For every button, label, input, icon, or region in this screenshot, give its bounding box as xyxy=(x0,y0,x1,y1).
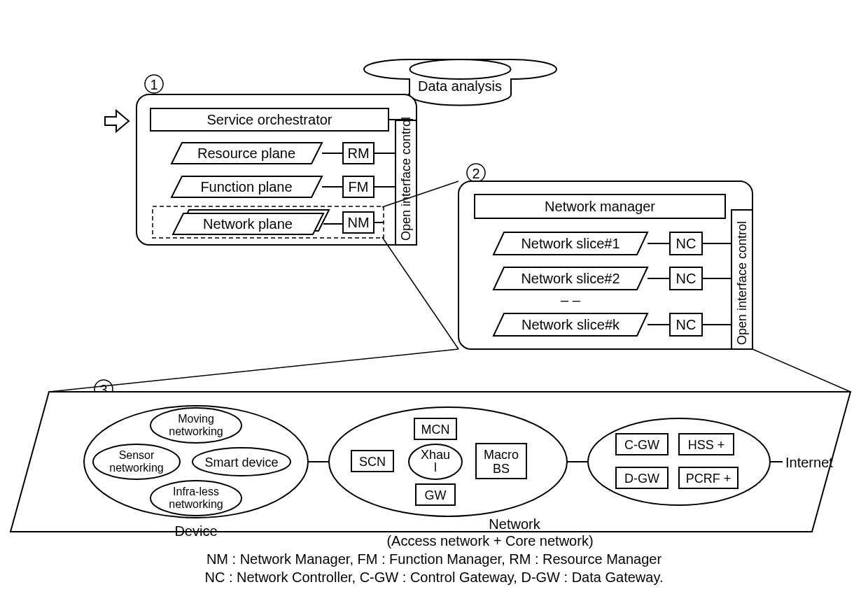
legend-line1: NM : Network Manager, FM : Function Mana… xyxy=(206,551,662,567)
p2-ellipsis: – – xyxy=(561,292,581,308)
net-gw: GW xyxy=(425,488,447,502)
badge-2: 2 xyxy=(467,164,485,182)
p2-row0-c: NC xyxy=(676,236,696,251)
dev-sensor: Sensor xyxy=(119,449,155,461)
p2-row0-label: Network slice#1 xyxy=(521,236,620,251)
svg-text:networking: networking xyxy=(109,462,163,474)
p1-row0-label: Resource plane xyxy=(197,146,295,161)
panel-physical: Moving networking Sensor networking Smar… xyxy=(10,392,850,549)
network-label: Network xyxy=(489,516,540,532)
p1-row1-mgr: FM xyxy=(349,179,369,195)
net-scn: SCN xyxy=(359,455,386,469)
svg-text:networking: networking xyxy=(169,425,223,437)
p2-header: Network manager xyxy=(545,199,655,214)
p2-row-2: Network slice#k NC xyxy=(493,313,732,336)
p1-row2-mgr: NM xyxy=(347,215,369,230)
network-sub: (Access network + Core network) xyxy=(386,533,593,549)
core-cgw: C-GW xyxy=(624,438,659,452)
internet-label: Internet xyxy=(785,455,833,470)
p1-header: Service orchestrator xyxy=(207,112,332,127)
device-label: Device xyxy=(174,523,217,539)
badge-1: 1 xyxy=(145,75,163,93)
dev-moving: Moving xyxy=(178,413,214,425)
data-analysis-label: Data analysis xyxy=(418,78,502,94)
dev-smart: Smart device xyxy=(204,455,278,469)
net-xhaul1: Xhau xyxy=(421,448,450,462)
p1-row-0: Resource plane RM xyxy=(172,143,396,164)
p2-row1-label: Network slice#2 xyxy=(521,271,620,286)
core-dgw: D-GW xyxy=(624,472,659,486)
p2-row-1: Network slice#2 NC xyxy=(493,267,732,290)
zoom-connector-2 xyxy=(49,349,850,392)
p1-row0-mgr: RM xyxy=(347,146,369,161)
panel-orchestrator: Open interface control Service orchestra… xyxy=(136,94,416,245)
net-mcn: MCN xyxy=(421,423,450,437)
p2-row2-label: Network slice#k xyxy=(522,317,620,332)
dev-infra: Infra-less xyxy=(173,486,219,497)
p2-row1-c: NC xyxy=(676,271,696,286)
net-macro1: Macro xyxy=(484,448,519,462)
core-hss: HSS + xyxy=(688,438,725,452)
p2-sidebar: Open interface control xyxy=(735,221,749,345)
p1-row1-label: Function plane xyxy=(200,179,292,195)
net-xhaul2: l xyxy=(434,460,437,474)
p2-row2-c: NC xyxy=(676,317,696,332)
legend-line2: NC : Network Controller, C-GW : Control … xyxy=(205,570,664,585)
panel-network-manager: Open interface control Network manager N… xyxy=(458,181,752,349)
p1-sidebar: Open interface control xyxy=(399,117,413,241)
core-pcrf: PCRF + xyxy=(686,472,732,486)
badge-2-num: 2 xyxy=(472,166,479,181)
p1-row2-label: Network plane xyxy=(203,216,293,232)
p1-row-1: Function plane FM xyxy=(172,176,396,197)
diagram-root: .stk{fill:none;stroke:#000;stroke-width:… xyxy=(0,0,868,594)
arrow-icon xyxy=(105,111,129,132)
net-macro2: BS xyxy=(493,462,510,476)
badge-1-num: 1 xyxy=(150,77,158,92)
svg-text:networking: networking xyxy=(169,498,223,510)
p2-row-0: Network slice#1 NC xyxy=(493,232,732,255)
